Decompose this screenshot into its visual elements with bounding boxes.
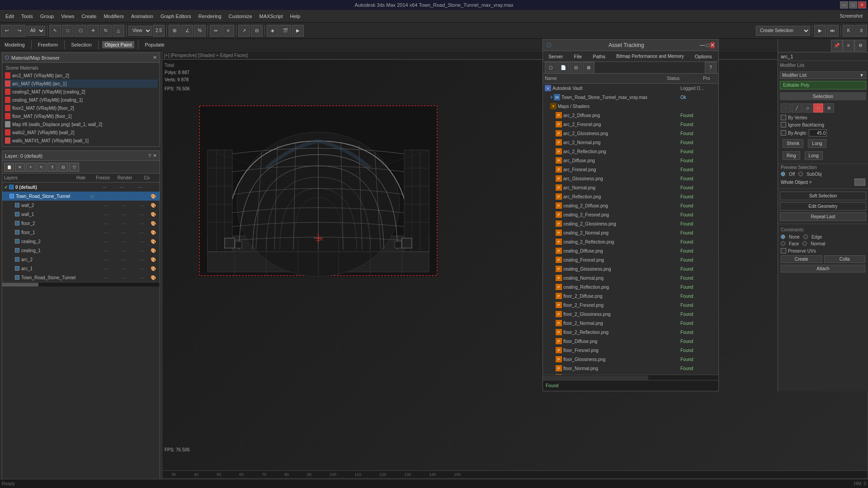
mat-item-3[interactable]: cealing_MAT (VRayMtl) [cealing_1] [4,96,158,104]
asset-row-15[interactable]: P cealing_Diffuse.png Found [543,246,718,255]
mirror-button[interactable]: ⇔ [210,25,222,37]
mat-item-6[interactable]: Map #8 (walls_Displace.png) [wall_1, wal… [4,120,158,128]
layer-help-btn[interactable]: ? [148,153,151,159]
percent-btn[interactable]: 2.5 [153,25,165,37]
asset-row-1[interactable]: P arc_2_Fresnel.png Found [543,120,718,129]
asset-hscroll[interactable] [543,375,718,380]
mod-list-btn[interactable]: ≡ [843,40,854,52]
mat-item-0[interactable]: arc2_MAT (VRayMtl) [arc_2] [4,71,158,80]
subtb-freeform[interactable]: Freeform [35,41,61,48]
material-editor[interactable]: ◈ [267,25,278,37]
layer-select-btn[interactable]: ↖ [37,163,47,172]
edit-geometry-btn[interactable]: Edit Geometry [780,202,866,211]
sel-border-icon[interactable]: ◇ [802,103,812,113]
asset-scroll-thumb[interactable] [543,375,648,380]
asset-row-12[interactable]: P cealing_2_Glossiness.png Found [543,219,718,228]
asset-row-20[interactable]: P floor_2_Diffuse.png Found [543,291,718,300]
asset-tb-btn-3[interactable]: ⊟ [570,62,582,74]
menu-maxscript[interactable]: MAXScript [256,12,287,21]
asset-row-24[interactable]: P floor_2_Reflection.png Found [543,328,718,337]
modifier-list-dropdown[interactable]: Modifier List ▼ [780,71,866,79]
asset-row-2[interactable]: P arc_2_Glossiness.png Found [543,129,718,138]
asset-row-22[interactable]: P floor_2_Glossiness.png Found [543,310,718,319]
time-config[interactable]: ⧖ [855,25,867,37]
freeform-select[interactable]: ⬠ [75,25,86,37]
align-button[interactable]: ≡ [222,25,234,37]
sel-poly-icon[interactable]: □ [813,103,823,113]
asset-row-11[interactable]: P cealing_2_Fresnel.png Found [543,210,718,219]
asset-menu-bitmap[interactable]: Bitmap Performance and Memory [613,52,688,61]
subtb-object-paint[interactable]: Object Paint [102,41,135,48]
layer-delete-btn[interactable]: ✕ [15,163,25,172]
ring-btn[interactable]: Ring [783,151,800,160]
menu-edit[interactable]: Edit [2,12,18,21]
menu-create[interactable]: Create [78,12,100,21]
asset-row-3[interactable]: P arc_2_Normal.png Found [543,138,718,147]
minimize-button[interactable]: — [840,1,848,9]
asset-row-25[interactable]: P floor_Diffuse.png Found [543,337,718,346]
layer-create-btn[interactable]: 📋 [4,163,14,172]
off-radio[interactable] [781,172,785,176]
asset-row-19[interactable]: P cealing_Reflection.png Found [543,282,718,291]
mod-config-btn[interactable]: ⚙ [854,40,866,52]
layer-panel-title[interactable]: Layer: 0 (default) ? ✕ [2,151,160,161]
layer-row-wall1[interactable]: wall_1 — — — 🎨 [2,210,160,219]
menu-customize[interactable]: Customize [225,12,256,21]
asset-row-27[interactable]: P floor_Glossiness.png Found [543,355,718,364]
menu-graph-editors[interactable]: Graph Editors [157,12,195,21]
asset-menu-options[interactable]: Options [691,52,716,61]
asset-tb-btn-2[interactable]: 📄 [557,62,569,74]
material-browser-title[interactable]: ⬡ Material/Map Browser ✕ [2,53,160,63]
asset-menu-paths[interactable]: Paths [589,52,609,61]
attach-btn[interactable]: Attach [781,265,865,272]
asset-row-16[interactable]: P cealing_Fresnel.png Found [543,255,718,264]
asset-row-5[interactable]: P arc_Diffuse.png Found [543,156,718,165]
asset-row-maps-folder[interactable]: ▼ Maps / Shaders [543,102,718,111]
asset-close-btn[interactable]: ✕ [710,42,715,48]
asset-row-4[interactable]: P arc_2_Reflection.png Found [543,147,718,156]
layer-objects-btn[interactable]: ⊟ [58,163,68,172]
face-radio[interactable] [781,241,785,246]
normal-radio[interactable] [802,241,807,246]
sel-edge-icon[interactable]: ╱ [792,103,802,113]
asset-win-controls[interactable]: — □ ✕ [700,42,715,48]
scale-button[interactable]: △ [113,25,124,37]
create-btn[interactable]: Create [781,255,822,263]
repeat-last-btn[interactable]: Repeat Last [780,212,866,221]
subtb-populate[interactable]: Populate [142,41,167,48]
asset-row-vault[interactable]: V Autodesk Vault Logged O... [543,84,718,93]
layer-row-wall2[interactable]: wall_2 — — — 🎨 [2,201,160,210]
menu-group[interactable]: Group [37,12,58,21]
layer-close-btn[interactable]: ✕ [153,153,157,159]
shrink-btn[interactable]: Shrink [783,139,803,148]
long1-btn[interactable]: Long [808,139,826,148]
layer-add-btn[interactable]: + [26,163,36,172]
layer-row-cealing2[interactable]: cealing_2 — — — 🎨 [2,237,160,246]
curve-editor[interactable]: ↗ [238,25,250,37]
snap-toggle[interactable]: ⊞ [169,25,180,37]
percent-snap[interactable]: % [194,25,206,37]
edge-radio[interactable] [803,235,808,239]
layer-row-arc2[interactable]: arc_2 — — — 🎨 [2,255,160,264]
by-vertex-checkbox[interactable] [781,115,786,120]
asset-tb-help[interactable]: ? [705,62,717,74]
menu-help[interactable]: Help [287,12,304,21]
asset-tb-btn-1[interactable]: ⬡ [545,62,557,74]
key-mode[interactable]: K [843,25,854,37]
menu-tools[interactable]: Tools [18,12,37,21]
mat-item-7[interactable]: walls2_MAT (VRayMtl) [wall_2] [4,128,158,136]
mat-browser-close[interactable]: ✕ [153,55,157,61]
subtb-modeling[interactable]: Modeling [2,41,28,48]
render-setup[interactable]: 🎬 [279,25,291,37]
window-controls[interactable]: — □ ✕ [840,1,866,9]
asset-row-10[interactable]: P cealing_2_Diffuse.png Found [543,201,718,210]
mat-item-2[interactable]: cealing2_MAT (VRayMtl) [cealing_2] [4,88,158,96]
sel-element-icon[interactable]: ⊞ [824,103,834,113]
asset-row-9[interactable]: P arc_Reflection.png Found [543,192,718,201]
redo-button[interactable]: ↪ [14,25,25,37]
mat-item-5[interactable]: floor_MAT (VRayMtl) [floor_1] [4,112,158,120]
layer-highlight-btn[interactable]: ⇑ [47,163,57,172]
menu-rendering[interactable]: Rendering [195,12,225,21]
asset-menu-server[interactable]: Server [545,52,566,61]
render-button[interactable]: ▶ [292,25,304,37]
